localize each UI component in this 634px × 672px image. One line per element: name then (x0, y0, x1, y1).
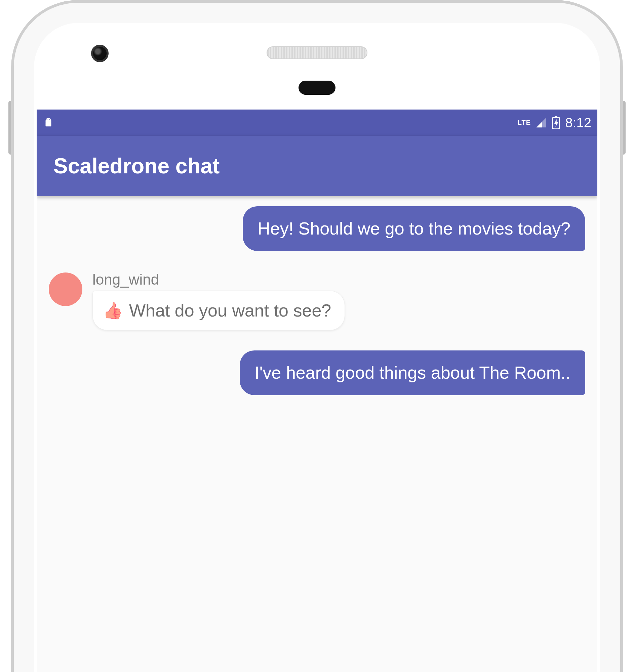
avatar[interactable] (49, 272, 83, 306)
message-out[interactable]: Hey! Should we go to the movies today? (49, 206, 585, 251)
message-bubble: I've heard good things about The Room.. (240, 351, 585, 395)
android-debug-icon (43, 117, 54, 128)
signal-icon (536, 117, 547, 128)
status-time: 8:12 (565, 115, 591, 130)
svg-rect-4 (555, 116, 557, 118)
thumbs-up-icon: 👍 (103, 301, 123, 320)
svg-point-0 (46, 119, 47, 120)
network-type-label: LTE (518, 119, 531, 127)
message-bubble: 👍 What do you want to see? (92, 291, 345, 330)
message-text: Hey! Should we go to the movies today? (258, 219, 570, 238)
phone-camera (91, 45, 109, 62)
message-text: I've heard good things about The Room.. (255, 363, 570, 382)
app-bar: Scaledrone chat (37, 136, 597, 196)
message-in[interactable]: long_wind 👍 What do you want to see? (49, 271, 585, 330)
message-out[interactable]: I've heard good things about The Room.. (49, 351, 585, 395)
message-text: What do you want to see? (129, 301, 331, 320)
status-bar: LTE 8:12 (37, 110, 597, 136)
app-title: Scaledrone chat (53, 153, 219, 178)
svg-rect-2 (46, 122, 51, 126)
phone-speaker (266, 46, 368, 59)
phone-sensor (299, 81, 335, 95)
sender-name: long_wind (92, 271, 345, 288)
svg-point-1 (49, 119, 50, 120)
battery-charging-icon (551, 116, 560, 129)
message-bubble: Hey! Should we go to the movies today? (243, 206, 585, 251)
chat-message-list[interactable]: Hey! Should we go to the movies today? l… (37, 196, 597, 395)
phone-frame: LTE 8:12 Scaledron (11, 0, 623, 672)
phone-screen: LTE 8:12 Scaledron (37, 110, 597, 672)
